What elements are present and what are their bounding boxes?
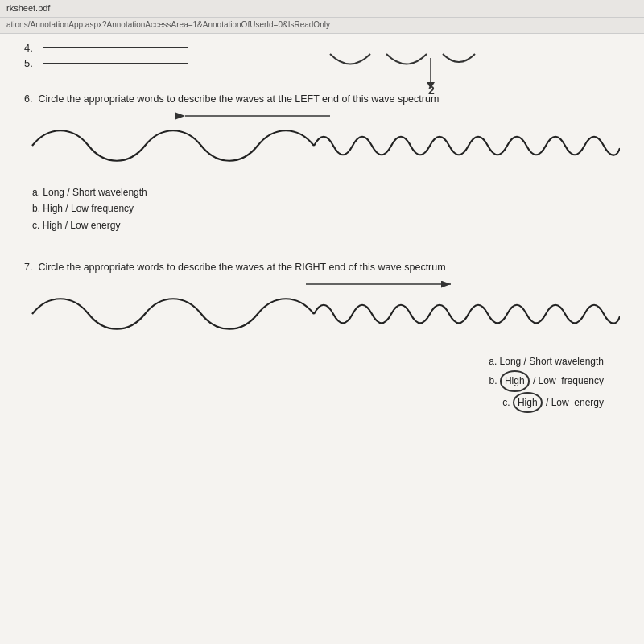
- q7-high-circled: High: [500, 370, 530, 391]
- q7-option-b-text: b.: [489, 375, 500, 386]
- q6-option-b: b. High / Low frequency: [32, 200, 620, 217]
- q7-option-a: a. Long / Short wavelength: [24, 353, 604, 370]
- q6-number: 6.: [24, 93, 32, 105]
- section-6: 6. Circle the appropriate words to descr…: [24, 93, 620, 233]
- url-bar: ations/AnnotationApp.aspx?AnnotationAcce…: [0, 18, 644, 34]
- q6-option-c: c. High / Low energy: [32, 217, 620, 233]
- svg-text:2: 2: [428, 84, 435, 94]
- q7-option-c-rest: / Low energy: [543, 397, 604, 408]
- q7-energy-high-circled: High: [513, 392, 543, 413]
- content-area: 4. 5. 6. Circle the appropriate words to…: [0, 34, 644, 644]
- browser-title: rksheet.pdf: [6, 3, 50, 13]
- q5-number: 5.: [24, 57, 40, 69]
- q7-text: 7. Circle the appropriate words to descr…: [24, 262, 620, 273]
- q7-option-c: c. High / Low energy: [24, 392, 604, 413]
- q7-wave-container: [24, 278, 620, 346]
- url-text: ations/AnnotationApp.aspx?AnnotationAcce…: [6, 20, 330, 29]
- q6-options: a. Long / Short wavelength b. High / Low…: [32, 184, 620, 233]
- q4-number: 4.: [24, 42, 40, 54]
- section-7: 7. Circle the appropriate words to descr…: [24, 262, 620, 413]
- q6-text: 6. Circle the appropriate words to descr…: [24, 93, 620, 105]
- q6-wave-svg: [24, 109, 620, 178]
- q6-wave-container: [24, 109, 620, 178]
- q7-option-c-text: c.: [502, 397, 513, 408]
- q5-blank: [43, 63, 188, 64]
- top-diagram: 2: [306, 42, 564, 94]
- browser-title-bar: rksheet.pdf: [0, 0, 644, 18]
- q6-question: Circle the appropriate words to describe…: [38, 93, 439, 105]
- q7-wave-svg: [24, 278, 620, 346]
- q6-option-a: a. Long / Short wavelength: [32, 184, 620, 200]
- q7-question: Circle the appropriate words to describe…: [38, 262, 445, 273]
- q7-option-b: b. High / Low frequency: [24, 370, 604, 391]
- q7-option-b-rest: / Low frequency: [530, 375, 604, 386]
- q4-blank: [43, 47, 188, 48]
- q7-number: 7.: [24, 262, 32, 273]
- q7-options: a. Long / Short wavelength b. High / Low…: [24, 353, 620, 413]
